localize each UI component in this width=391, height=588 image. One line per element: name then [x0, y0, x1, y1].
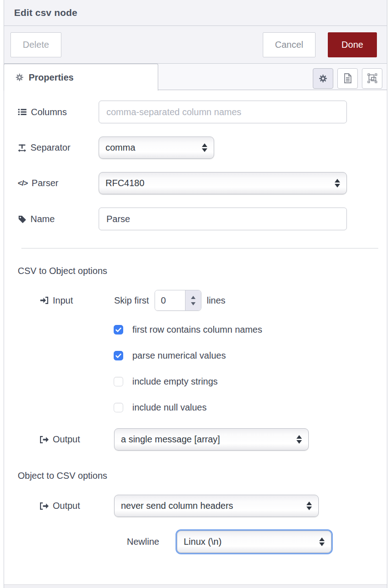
obj-output-label: Output [53, 501, 80, 511]
obj-output-select[interactable]: never send column headers [114, 495, 319, 517]
newline-select[interactable]: Linux (\n) [177, 531, 331, 553]
object-to-csv-heading: Object to CSV options [18, 471, 373, 481]
done-button[interactable]: Done [328, 32, 377, 57]
dialog-title: Edit csv node [14, 7, 77, 18]
parser-label-group: </> Parser [18, 178, 99, 188]
newline-label: Newline [127, 537, 177, 547]
obj-output-label-group: Output [40, 501, 114, 511]
columns-label-group: Columns [18, 107, 99, 117]
select-updown-icon [202, 143, 207, 152]
csv-output-select-value: a single message [array] [121, 434, 292, 445]
parser-label: Parser [32, 178, 59, 188]
separator-label-group: Separator [18, 142, 99, 153]
text-width-icon [18, 143, 26, 152]
newline-row: Newline Linux (\n) [127, 531, 373, 553]
tag-icon [18, 215, 26, 223]
skip-lines-value[interactable]: 0 [155, 290, 185, 310]
gear-icon [15, 73, 24, 82]
checkbox[interactable] [114, 403, 123, 412]
checkbox-label: parse numerical values [132, 350, 226, 361]
input-row: Input Skip first 0 lines [40, 290, 373, 311]
checkbox-row[interactable]: include empty strings [114, 376, 373, 387]
obj-output-select-value: never send column headers [121, 501, 302, 511]
csv-output-label: Output [53, 434, 80, 445]
properties-panel: Columns Separator comma [4, 90, 387, 553]
list-icon [18, 107, 27, 117]
parser-row: </> Parser RFC4180 [18, 172, 373, 194]
description-doc-button[interactable] [337, 68, 358, 89]
sign-out-icon [40, 502, 49, 511]
newline-select-value: Linux (\n) [184, 537, 315, 547]
tab-properties-label: Properties [29, 72, 74, 83]
input-label-group: Input [40, 295, 114, 306]
name-label: Name [30, 214, 55, 224]
tab-bar: Properties [4, 64, 387, 90]
csv-output-label-group: Output [40, 434, 114, 445]
dialog-titlebar: Edit csv node [4, 0, 387, 26]
checkbox-label: include empty strings [132, 376, 218, 387]
name-label-group: Name [18, 214, 99, 224]
csv-output-select[interactable]: a single message [array] [114, 428, 309, 451]
dialog-footer-strip [4, 584, 387, 588]
checkbox-row[interactable]: include null values [114, 402, 373, 413]
separator-label: Separator [30, 142, 70, 153]
stepper-arrows-icon[interactable] [185, 290, 201, 310]
skip-lines-stepper[interactable]: 0 [155, 290, 201, 311]
csv-to-object-heading: CSV to Object options [18, 266, 373, 276]
tab-properties[interactable]: Properties [4, 64, 158, 91]
lines-text: lines [207, 295, 226, 306]
name-row: Name [18, 208, 373, 230]
select-updown-icon [296, 435, 302, 444]
columns-row: Columns [18, 101, 373, 123]
separator-row: Separator comma [18, 137, 373, 159]
obj-output-row: Output never send column headers [40, 495, 373, 517]
checkbox-row[interactable]: first row contains column names [114, 324, 373, 335]
name-input[interactable] [99, 208, 347, 230]
csv-output-row: Output a single message [array] [40, 428, 373, 451]
appearance-group-button[interactable] [362, 68, 382, 89]
parser-select[interactable]: RFC4180 [99, 172, 347, 194]
input-label: Input [53, 295, 73, 306]
select-updown-icon [306, 502, 312, 510]
skip-first-text: Skip first [114, 295, 149, 306]
tab-icon-group [313, 64, 387, 90]
dialog-button-bar: Delete Cancel Done [4, 26, 387, 64]
checkbox[interactable] [114, 377, 123, 386]
select-updown-icon [335, 179, 340, 188]
cancel-button[interactable]: Cancel [263, 32, 316, 57]
columns-label: Columns [31, 107, 67, 117]
properties-gear-button[interactable] [313, 68, 333, 89]
checkbox[interactable] [114, 325, 123, 335]
separator-select-value: comma [105, 142, 197, 153]
parser-select-value: RFC4180 [105, 178, 330, 188]
code-icon: </> [18, 179, 28, 188]
checkbox-label: first row contains column names [132, 324, 262, 335]
delete-button[interactable]: Delete [10, 32, 61, 57]
checkbox-label: include null values [132, 402, 206, 413]
checkbox-list: first row contains column namesparse num… [114, 324, 373, 413]
columns-input[interactable] [99, 101, 347, 123]
edit-csv-node-dialog: Edit csv node Delete Cancel Done [4, 0, 387, 588]
checkbox[interactable] [114, 351, 123, 360]
checkbox-row[interactable]: parse numerical values [114, 350, 373, 361]
sign-in-icon [40, 296, 49, 305]
sign-out-icon [40, 435, 49, 444]
section-divider [21, 248, 378, 248]
select-updown-icon [319, 537, 325, 546]
separator-select[interactable]: comma [99, 137, 214, 159]
